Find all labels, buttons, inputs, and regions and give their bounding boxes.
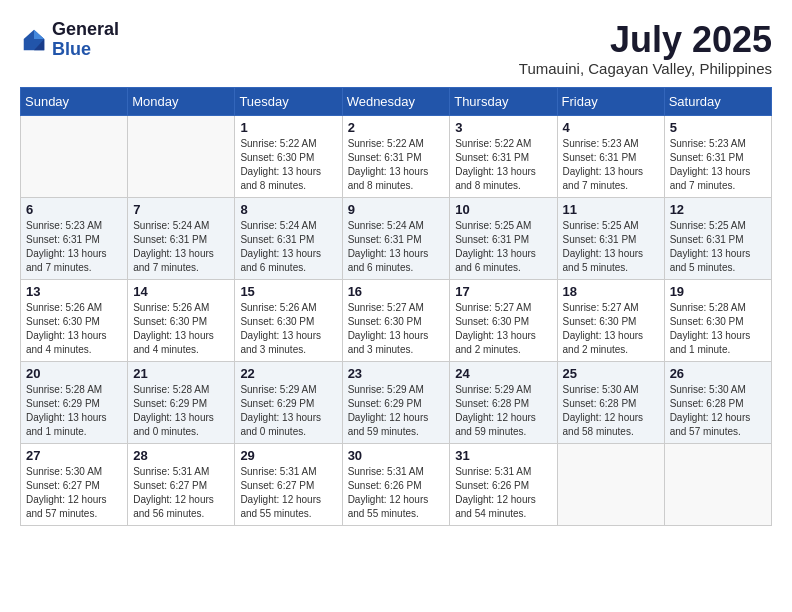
- calendar-day-cell: 26Sunrise: 5:30 AM Sunset: 6:28 PM Dayli…: [664, 361, 771, 443]
- day-number: 11: [563, 202, 659, 217]
- weekday-header: Tuesday: [235, 87, 342, 115]
- month-year-title: July 2025: [519, 20, 772, 60]
- day-detail: Sunrise: 5:27 AM Sunset: 6:30 PM Dayligh…: [563, 301, 659, 357]
- day-number: 25: [563, 366, 659, 381]
- day-number: 14: [133, 284, 229, 299]
- day-detail: Sunrise: 5:24 AM Sunset: 6:31 PM Dayligh…: [240, 219, 336, 275]
- day-detail: Sunrise: 5:25 AM Sunset: 6:31 PM Dayligh…: [563, 219, 659, 275]
- day-detail: Sunrise: 5:24 AM Sunset: 6:31 PM Dayligh…: [348, 219, 445, 275]
- calendar-week-row: 27Sunrise: 5:30 AM Sunset: 6:27 PM Dayli…: [21, 443, 772, 525]
- logo-text: General Blue: [52, 20, 119, 60]
- day-number: 31: [455, 448, 551, 463]
- day-detail: Sunrise: 5:26 AM Sunset: 6:30 PM Dayligh…: [240, 301, 336, 357]
- calendar-day-cell: 10Sunrise: 5:25 AM Sunset: 6:31 PM Dayli…: [450, 197, 557, 279]
- calendar-day-cell: 1Sunrise: 5:22 AM Sunset: 6:30 PM Daylig…: [235, 115, 342, 197]
- day-number: 16: [348, 284, 445, 299]
- calendar-day-cell: 12Sunrise: 5:25 AM Sunset: 6:31 PM Dayli…: [664, 197, 771, 279]
- day-detail: Sunrise: 5:27 AM Sunset: 6:30 PM Dayligh…: [455, 301, 551, 357]
- calendar-day-cell: 21Sunrise: 5:28 AM Sunset: 6:29 PM Dayli…: [128, 361, 235, 443]
- day-detail: Sunrise: 5:22 AM Sunset: 6:31 PM Dayligh…: [348, 137, 445, 193]
- day-detail: Sunrise: 5:23 AM Sunset: 6:31 PM Dayligh…: [26, 219, 122, 275]
- day-number: 10: [455, 202, 551, 217]
- day-detail: Sunrise: 5:22 AM Sunset: 6:30 PM Dayligh…: [240, 137, 336, 193]
- calendar-day-cell: 22Sunrise: 5:29 AM Sunset: 6:29 PM Dayli…: [235, 361, 342, 443]
- calendar-day-cell: 25Sunrise: 5:30 AM Sunset: 6:28 PM Dayli…: [557, 361, 664, 443]
- day-detail: Sunrise: 5:30 AM Sunset: 6:28 PM Dayligh…: [670, 383, 766, 439]
- calendar-day-cell: 3Sunrise: 5:22 AM Sunset: 6:31 PM Daylig…: [450, 115, 557, 197]
- calendar-day-cell: 4Sunrise: 5:23 AM Sunset: 6:31 PM Daylig…: [557, 115, 664, 197]
- day-number: 4: [563, 120, 659, 135]
- calendar-day-cell: 6Sunrise: 5:23 AM Sunset: 6:31 PM Daylig…: [21, 197, 128, 279]
- weekday-header: Thursday: [450, 87, 557, 115]
- day-detail: Sunrise: 5:29 AM Sunset: 6:29 PM Dayligh…: [348, 383, 445, 439]
- weekday-header: Monday: [128, 87, 235, 115]
- day-number: 24: [455, 366, 551, 381]
- day-number: 29: [240, 448, 336, 463]
- calendar-day-cell: 7Sunrise: 5:24 AM Sunset: 6:31 PM Daylig…: [128, 197, 235, 279]
- calendar-week-row: 6Sunrise: 5:23 AM Sunset: 6:31 PM Daylig…: [21, 197, 772, 279]
- svg-marker-1: [34, 30, 44, 39]
- day-number: 8: [240, 202, 336, 217]
- day-number: 30: [348, 448, 445, 463]
- day-detail: Sunrise: 5:23 AM Sunset: 6:31 PM Dayligh…: [670, 137, 766, 193]
- weekday-header: Saturday: [664, 87, 771, 115]
- weekday-header-row: SundayMondayTuesdayWednesdayThursdayFrid…: [21, 87, 772, 115]
- day-detail: Sunrise: 5:30 AM Sunset: 6:28 PM Dayligh…: [563, 383, 659, 439]
- logo-blue: Blue: [52, 40, 119, 60]
- calendar-week-row: 20Sunrise: 5:28 AM Sunset: 6:29 PM Dayli…: [21, 361, 772, 443]
- day-detail: Sunrise: 5:23 AM Sunset: 6:31 PM Dayligh…: [563, 137, 659, 193]
- day-number: 1: [240, 120, 336, 135]
- calendar-table: SundayMondayTuesdayWednesdayThursdayFrid…: [20, 87, 772, 526]
- calendar-day-cell: [21, 115, 128, 197]
- day-number: 26: [670, 366, 766, 381]
- day-number: 19: [670, 284, 766, 299]
- calendar-day-cell: 19Sunrise: 5:28 AM Sunset: 6:30 PM Dayli…: [664, 279, 771, 361]
- page-header: General Blue July 2025 Tumauini, Cagayan…: [20, 20, 772, 77]
- calendar-day-cell: 24Sunrise: 5:29 AM Sunset: 6:28 PM Dayli…: [450, 361, 557, 443]
- day-detail: Sunrise: 5:31 AM Sunset: 6:27 PM Dayligh…: [240, 465, 336, 521]
- calendar-day-cell: 5Sunrise: 5:23 AM Sunset: 6:31 PM Daylig…: [664, 115, 771, 197]
- day-number: 27: [26, 448, 122, 463]
- calendar-day-cell: 9Sunrise: 5:24 AM Sunset: 6:31 PM Daylig…: [342, 197, 450, 279]
- calendar-day-cell: 20Sunrise: 5:28 AM Sunset: 6:29 PM Dayli…: [21, 361, 128, 443]
- location-text: Tumauini, Cagayan Valley, Philippines: [519, 60, 772, 77]
- day-number: 23: [348, 366, 445, 381]
- logo: General Blue: [20, 20, 119, 60]
- calendar-day-cell: 17Sunrise: 5:27 AM Sunset: 6:30 PM Dayli…: [450, 279, 557, 361]
- day-detail: Sunrise: 5:31 AM Sunset: 6:26 PM Dayligh…: [455, 465, 551, 521]
- calendar-day-cell: 13Sunrise: 5:26 AM Sunset: 6:30 PM Dayli…: [21, 279, 128, 361]
- calendar-day-cell: 31Sunrise: 5:31 AM Sunset: 6:26 PM Dayli…: [450, 443, 557, 525]
- day-detail: Sunrise: 5:29 AM Sunset: 6:29 PM Dayligh…: [240, 383, 336, 439]
- day-detail: Sunrise: 5:27 AM Sunset: 6:30 PM Dayligh…: [348, 301, 445, 357]
- calendar-day-cell: 27Sunrise: 5:30 AM Sunset: 6:27 PM Dayli…: [21, 443, 128, 525]
- day-number: 22: [240, 366, 336, 381]
- title-section: July 2025 Tumauini, Cagayan Valley, Phil…: [519, 20, 772, 77]
- calendar-week-row: 13Sunrise: 5:26 AM Sunset: 6:30 PM Dayli…: [21, 279, 772, 361]
- day-number: 17: [455, 284, 551, 299]
- day-detail: Sunrise: 5:26 AM Sunset: 6:30 PM Dayligh…: [133, 301, 229, 357]
- day-number: 2: [348, 120, 445, 135]
- day-detail: Sunrise: 5:31 AM Sunset: 6:26 PM Dayligh…: [348, 465, 445, 521]
- day-number: 20: [26, 366, 122, 381]
- day-number: 7: [133, 202, 229, 217]
- calendar-day-cell: 29Sunrise: 5:31 AM Sunset: 6:27 PM Dayli…: [235, 443, 342, 525]
- calendar-day-cell: 11Sunrise: 5:25 AM Sunset: 6:31 PM Dayli…: [557, 197, 664, 279]
- calendar-week-row: 1Sunrise: 5:22 AM Sunset: 6:30 PM Daylig…: [21, 115, 772, 197]
- logo-icon: [20, 26, 48, 54]
- day-detail: Sunrise: 5:28 AM Sunset: 6:29 PM Dayligh…: [133, 383, 229, 439]
- day-number: 9: [348, 202, 445, 217]
- calendar-day-cell: 16Sunrise: 5:27 AM Sunset: 6:30 PM Dayli…: [342, 279, 450, 361]
- day-detail: Sunrise: 5:28 AM Sunset: 6:30 PM Dayligh…: [670, 301, 766, 357]
- calendar-day-cell: [557, 443, 664, 525]
- calendar-day-cell: 18Sunrise: 5:27 AM Sunset: 6:30 PM Dayli…: [557, 279, 664, 361]
- logo-general: General: [52, 20, 119, 40]
- calendar-day-cell: [128, 115, 235, 197]
- day-number: 15: [240, 284, 336, 299]
- calendar-day-cell: 2Sunrise: 5:22 AM Sunset: 6:31 PM Daylig…: [342, 115, 450, 197]
- day-detail: Sunrise: 5:25 AM Sunset: 6:31 PM Dayligh…: [455, 219, 551, 275]
- calendar-day-cell: 14Sunrise: 5:26 AM Sunset: 6:30 PM Dayli…: [128, 279, 235, 361]
- day-number: 3: [455, 120, 551, 135]
- calendar-day-cell: 15Sunrise: 5:26 AM Sunset: 6:30 PM Dayli…: [235, 279, 342, 361]
- day-number: 18: [563, 284, 659, 299]
- day-detail: Sunrise: 5:25 AM Sunset: 6:31 PM Dayligh…: [670, 219, 766, 275]
